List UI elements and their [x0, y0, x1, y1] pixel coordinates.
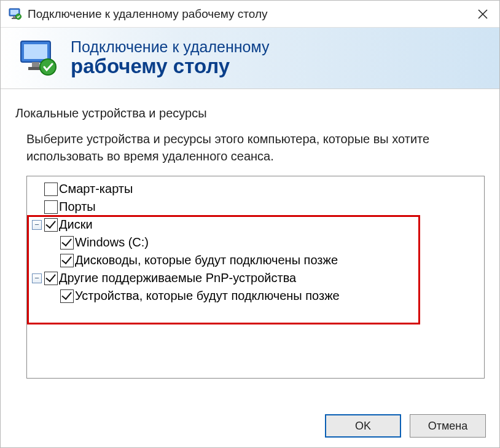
svg-rect-8	[24, 44, 47, 59]
checkbox[interactable]	[60, 254, 74, 267]
tree-item-label[interactable]: Устройства, которые будут подключены поз…	[75, 287, 340, 305]
collapse-icon[interactable]: −	[32, 273, 42, 283]
checkbox[interactable]	[60, 289, 74, 303]
close-button[interactable]	[466, 1, 499, 28]
tree-item-label[interactable]: Windows (C:)	[75, 234, 149, 251]
checkbox[interactable]	[44, 200, 58, 214]
tree-item: Дисководы, которые будут подключены позж…	[29, 251, 482, 269]
tree-item: −Другие поддерживаемые PnP-устройства	[29, 269, 482, 287]
svg-point-11	[40, 59, 56, 75]
cancel-button[interactable]: Отмена	[410, 414, 486, 438]
content-area: Локальные устройства и ресурсы Выберите …	[1, 89, 499, 404]
checkbox[interactable]	[44, 272, 58, 285]
banner: Подключение к удаленному рабочему столу	[1, 28, 499, 89]
rdp-dialog: Подключение к удаленному рабочему столу …	[0, 0, 500, 448]
dialog-footer: OK Отмена	[1, 404, 499, 447]
tree-item: Устройства, которые будут подключены поз…	[29, 287, 482, 305]
device-tree: Смарт-картыПорты−ДискиWindows (C:)Дисков…	[26, 176, 485, 379]
checkbox[interactable]	[44, 218, 58, 232]
rdp-small-icon	[8, 7, 23, 22]
svg-rect-9	[32, 62, 39, 67]
collapse-icon[interactable]: −	[32, 220, 42, 230]
checkbox[interactable]	[44, 183, 58, 196]
tree-item-label[interactable]: Смарт-карты	[59, 180, 133, 198]
tree-item-label[interactable]: Дисководы, которые будут подключены позж…	[75, 251, 338, 269]
banner-line1: Подключение к удаленному	[71, 39, 270, 56]
close-icon	[478, 9, 488, 19]
tree-item: Windows (C:)	[29, 234, 482, 251]
ok-button[interactable]: OK	[325, 414, 401, 438]
tree-item: Смарт-карты	[29, 180, 482, 198]
rdp-large-icon	[18, 37, 61, 80]
tree-item: Порты	[29, 198, 482, 216]
section-description: Выберите устройства и ресурсы этого комп…	[26, 130, 485, 165]
banner-text: Подключение к удаленному рабочему столу	[71, 39, 270, 78]
checkbox[interactable]	[60, 236, 74, 250]
section-title: Локальные устройства и ресурсы	[15, 106, 485, 120]
window-title: Подключение к удаленному рабочему столу	[28, 7, 466, 21]
tree-item: −Диски	[29, 216, 482, 234]
tree-item-label[interactable]: Другие поддерживаемые PnP-устройства	[59, 269, 296, 287]
tree-item-label[interactable]: Порты	[59, 198, 96, 216]
titlebar: Подключение к удаленному рабочему столу	[1, 1, 499, 28]
banner-line2: рабочему столу	[71, 55, 270, 77]
tree-item-label[interactable]: Диски	[59, 216, 93, 234]
